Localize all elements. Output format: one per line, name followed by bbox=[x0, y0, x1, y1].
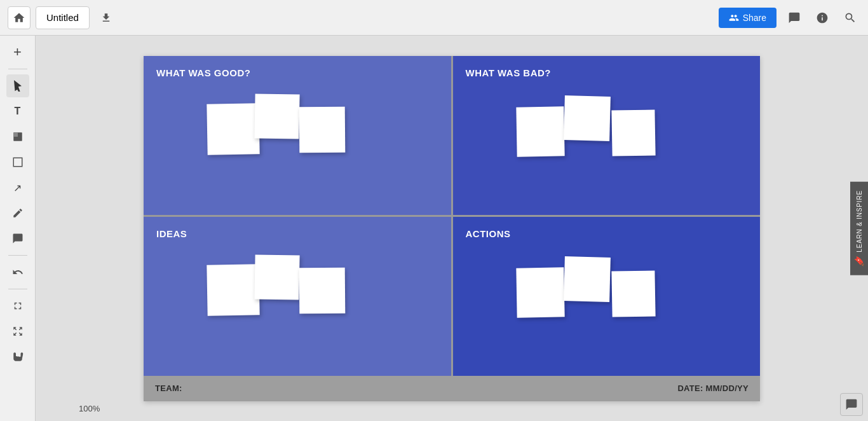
add-tool[interactable]: + bbox=[6, 41, 29, 64]
sticky-note[interactable] bbox=[611, 270, 655, 317]
date-label: DATE: MM/DD/YY bbox=[677, 383, 749, 393]
sticky-note[interactable] bbox=[207, 103, 259, 155]
zoom-level: 100% bbox=[79, 404, 100, 413]
expand-tool[interactable] bbox=[6, 320, 29, 343]
quadrant-good[interactable]: WHAT WAS GOOD? bbox=[144, 56, 451, 215]
sticky-note[interactable] bbox=[207, 264, 259, 315]
header-left: Untitled bbox=[8, 6, 118, 29]
svg-rect-1 bbox=[13, 132, 18, 137]
info-icon[interactable] bbox=[812, 8, 832, 28]
quadrant-bad-title: WHAT WAS BAD? bbox=[466, 67, 748, 78]
header-right: Share bbox=[719, 8, 860, 28]
board-grid: WHAT WAS GOOD? WHAT WAS BAD? bbox=[144, 56, 760, 376]
sticky-note[interactable] bbox=[254, 93, 299, 139]
sticky-tool[interactable] bbox=[6, 125, 29, 148]
quadrant-actions-title: ACTIONS bbox=[466, 228, 748, 239]
hand-tool[interactable] bbox=[6, 345, 29, 368]
header: Untitled Share bbox=[0, 0, 868, 36]
svg-rect-2 bbox=[13, 158, 22, 167]
quadrant-ideas-title: IDEAS bbox=[156, 228, 438, 239]
left-toolbar: + T ↗ bbox=[0, 36, 36, 421]
undo-tool[interactable] bbox=[6, 261, 29, 284]
learn-inspire-tab[interactable]: 🔖 LEARN & INSPIRE bbox=[850, 181, 868, 275]
toolbar-divider-2 bbox=[8, 255, 27, 256]
board-footer: TEAM: DATE: MM/DD/YY bbox=[144, 376, 760, 401]
bottom-chat-button[interactable] bbox=[840, 393, 863, 416]
sticky-area-good bbox=[156, 85, 438, 202]
sticky-note[interactable] bbox=[564, 95, 611, 141]
sticky-note[interactable] bbox=[564, 256, 611, 302]
toolbar-divider-3 bbox=[8, 289, 27, 289]
toolbar-divider-1 bbox=[8, 69, 27, 69]
search-icon[interactable] bbox=[840, 8, 860, 28]
text-tool[interactable]: T bbox=[6, 100, 29, 123]
share-label: Share bbox=[743, 13, 766, 23]
pen-tool[interactable] bbox=[6, 202, 29, 224]
learn-inspire-label: LEARN & INSPIRE bbox=[856, 190, 863, 252]
select-tool[interactable] bbox=[6, 74, 29, 97]
fit-screen-tool[interactable] bbox=[6, 294, 29, 317]
sticky-area-actions bbox=[466, 245, 748, 363]
sticky-area-ideas bbox=[156, 245, 438, 363]
sticky-note[interactable] bbox=[299, 106, 346, 153]
sticky-note[interactable] bbox=[516, 106, 564, 156]
export-button[interactable] bbox=[95, 6, 118, 29]
document-title[interactable]: Untitled bbox=[36, 6, 90, 29]
quadrant-bad[interactable]: WHAT WAS BAD? bbox=[453, 56, 761, 215]
chat-icon[interactable] bbox=[784, 8, 804, 28]
quadrant-actions[interactable]: ACTIONS bbox=[453, 217, 761, 376]
sticky-note[interactable] bbox=[254, 254, 299, 300]
canvas-area[interactable]: WHAT WAS GOOD? WHAT WAS BAD? bbox=[36, 36, 868, 421]
quadrant-ideas[interactable]: IDEAS bbox=[144, 217, 451, 376]
sticky-note[interactable] bbox=[516, 267, 564, 317]
team-label: TEAM: bbox=[155, 383, 182, 393]
comment-tool[interactable] bbox=[6, 227, 29, 250]
sticky-area-bad bbox=[466, 85, 748, 202]
sticky-note[interactable] bbox=[299, 267, 346, 314]
home-button[interactable] bbox=[8, 6, 31, 29]
sticky-note[interactable] bbox=[611, 109, 655, 156]
main-area: + T ↗ bbox=[0, 36, 868, 421]
retro-board: WHAT WAS GOOD? WHAT WAS BAD? bbox=[144, 56, 760, 401]
quadrant-good-title: WHAT WAS GOOD? bbox=[156, 67, 438, 78]
rectangle-tool[interactable] bbox=[6, 151, 29, 174]
share-button[interactable]: Share bbox=[719, 8, 776, 28]
arrow-tool[interactable]: ↗ bbox=[6, 176, 29, 199]
